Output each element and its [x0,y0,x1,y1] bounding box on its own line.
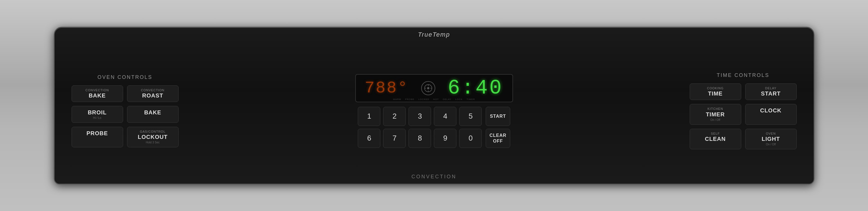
appliance-outer: TrueTemp Oven Controls Convection Bake C… [0,0,868,211]
broil-button[interactable]: Broil Hi / Lo [71,106,123,123]
convection-bake-button[interactable]: Convection Bake [71,85,123,102]
action-buttons: Start Clear Off [486,107,510,148]
bake-main: Bake [144,109,161,116]
oven-light-button[interactable]: Oven Light On / Off [745,129,797,149]
convection-label: Convection [411,174,456,180]
display-temp: 788° [365,79,408,97]
display-time: 6:40 [448,77,503,100]
clock-main: Clock [760,107,781,114]
indicator-lock: Lock [455,98,463,100]
indicator-hot: Hot [433,98,439,100]
oven-light-sub: Oven [766,132,776,135]
num-0-button[interactable]: 0 [459,129,482,148]
convection-bake-sub: Convection [85,88,109,92]
start-label: Start [490,114,506,119]
self-clean-button[interactable]: Self Clean [690,129,741,149]
oven-controls-title: Oven Controls [97,74,152,80]
self-clean-main: Clean [705,135,726,142]
convection-roast-main: Roast [142,92,163,99]
broil-note: Hi / Lo [93,116,101,120]
cooking-time-main: Time [708,90,723,97]
indicator-delay: Delay [443,98,452,100]
start-button[interactable]: Start [486,107,510,126]
oven-light-note: On / Off [766,143,776,146]
num-7-button[interactable]: 7 [383,129,406,148]
broil-main: Broil [88,109,106,116]
clear-label: Clear [489,133,506,138]
oven-buttons-grid: Convection Bake Convection Roast Broil H… [71,85,179,147]
num-3-button[interactable]: 3 [408,107,431,126]
delay-start-button[interactable]: Delay Start [745,83,797,100]
num-6-button[interactable]: 6 [358,129,380,148]
self-clean-sub: Self [711,132,720,135]
probe-main: Probe [87,130,108,137]
numpad-grid: 1 2 3 4 5 6 7 8 9 0 [358,107,482,148]
kitchen-timer-sub: Kitchen [707,107,723,111]
off-label: Off [493,138,503,144]
display-indicators: Warm Probe Locked Hot Delay Lock Timer [356,98,513,100]
delay-start-sub: Delay [765,87,776,90]
num-2-button[interactable]: 2 [383,107,406,126]
gas-lockout-sub: Gas/Control [140,130,165,133]
oven-controls-section: Oven Controls Convection Bake Convection… [71,74,179,147]
cooking-time-button[interactable]: Cooking Time [690,83,741,100]
indicator-timer: Timer [467,98,475,100]
display-icon [421,81,435,95]
oven-light-main: Light [762,135,780,142]
num-5-button[interactable]: 5 [459,107,482,126]
num-8-button[interactable]: 8 [408,129,431,148]
display-area: 788° 6:40 Warm Pr [355,74,513,102]
delay-start-main: Start [761,90,781,97]
indicator-warm: Warm [393,98,401,100]
probe-button[interactable]: Probe [71,127,123,147]
convection-roast-button[interactable]: Convection Roast [127,85,179,102]
gas-lockout-button[interactable]: Gas/Control Lockout Hold 3 Sec [127,127,179,147]
kitchen-timer-note: On / Off [711,118,720,122]
main-row: Oven Controls Convection Bake Convection… [55,38,814,184]
time-controls-title: Time Controls [717,72,769,78]
num-4-button[interactable]: 4 [434,107,456,126]
clock-button[interactable]: Clock [745,104,797,124]
cooking-time-sub: Cooking [707,87,724,90]
svg-point-1 [427,87,429,89]
convection-bake-main: Bake [89,92,106,99]
gas-lockout-main: Lockout [138,133,167,140]
kitchen-timer-main: Timer [706,111,724,118]
num-9-button[interactable]: 9 [434,129,456,148]
numpad-area: 1 2 3 4 5 6 7 8 9 0 Start [358,107,510,148]
control-panel: TrueTemp Oven Controls Convection Bake C… [54,27,814,184]
clear-off-button[interactable]: Clear Off [486,129,510,148]
gas-lockout-note: Hold 3 Sec [146,141,160,144]
num-1-button[interactable]: 1 [358,107,380,126]
convection-roast-sub: Convection [141,88,164,92]
brand-label: TrueTemp [418,31,450,38]
kitchen-timer-button[interactable]: Kitchen Timer On / Off [690,104,741,124]
bake-button[interactable]: Bake [127,106,179,123]
indicator-probe: Probe [405,98,414,100]
center-section: 788° 6:40 Warm Pr [187,74,681,148]
time-controls-section: Time Controls Cooking Time Delay Start K… [690,72,797,149]
time-buttons-grid: Cooking Time Delay Start Kitchen Timer O… [690,83,797,149]
indicator-locked: Locked [418,98,429,100]
